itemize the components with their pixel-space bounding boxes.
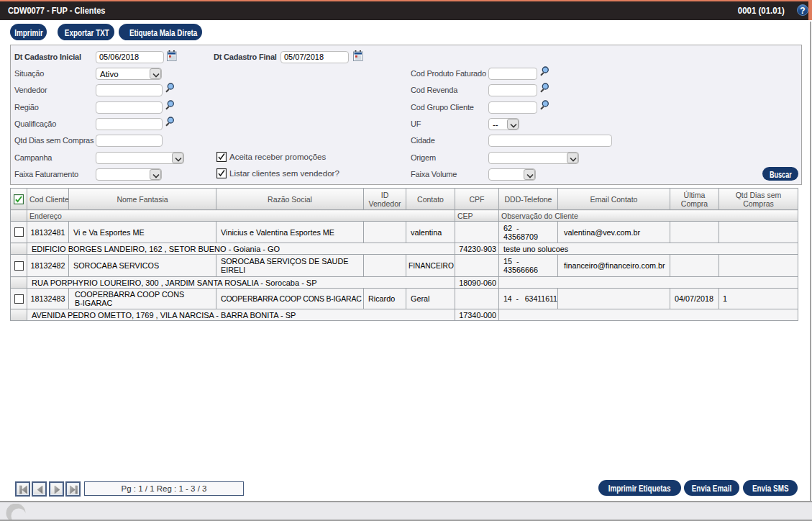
svg-text:?: ?: [800, 6, 805, 16]
